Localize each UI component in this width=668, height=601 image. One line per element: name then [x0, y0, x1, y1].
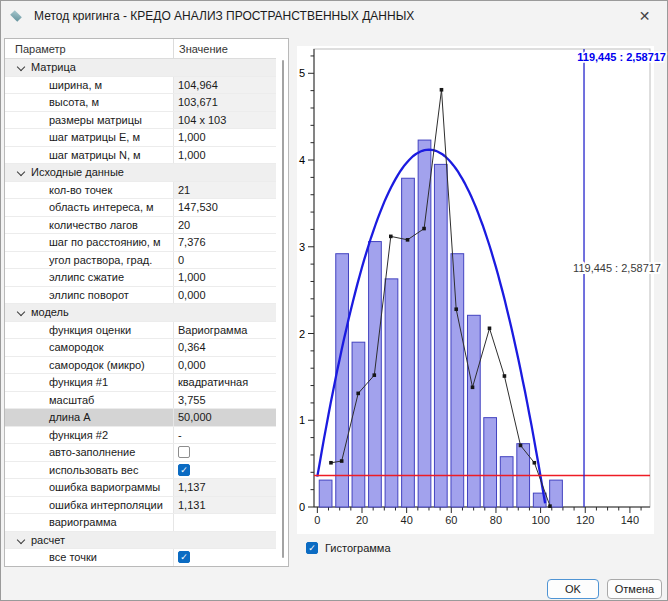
param-value-cell[interactable]: 1,000 [174, 269, 276, 286]
table-scrollbar[interactable] [282, 60, 284, 558]
table-row[interactable]: кол-во точек21 [5, 182, 276, 200]
table-row[interactable]: шаг матрицы E, м1,000 [5, 129, 276, 147]
table-row[interactable]: масштаб3,755 [5, 392, 276, 410]
cancel-button[interactable]: Отмена [607, 579, 662, 599]
param-value-cell [174, 164, 276, 181]
param-value-cell[interactable]: 0 [174, 252, 276, 269]
param-value-cell[interactable]: 50,000 [174, 409, 276, 426]
table-row[interactable]: эллипс сжатие1,000 [5, 269, 276, 287]
param-name-cell: размеры матрицы [5, 112, 174, 129]
param-value-cell[interactable]: 0,000 [174, 287, 276, 304]
param-value-cell[interactable]: 1,137 [174, 479, 276, 496]
variogram-chart[interactable]: 020406080100120140012345119,445 : 2,5871… [297, 46, 668, 538]
table-row[interactable]: модель [5, 304, 276, 322]
param-name-cell: расчет [5, 532, 174, 549]
param-value-cell[interactable]: ✓ [174, 462, 276, 479]
table-row[interactable]: Исходные данные [5, 164, 276, 182]
svg-text:40: 40 [401, 514, 413, 526]
svg-text:140: 140 [621, 514, 639, 526]
table-row[interactable]: высота, м103,671 [5, 94, 276, 112]
table-row[interactable]: количество лагов20 [5, 217, 276, 235]
param-value-cell[interactable]: 104 x 103 [174, 112, 276, 129]
svg-text:5: 5 [299, 67, 305, 79]
table-row[interactable]: эллипс поворот0,000 [5, 287, 276, 305]
param-value-cell [174, 304, 276, 321]
param-name-cell: самородок [5, 339, 174, 356]
param-value-cell[interactable]: Вариограмма [174, 322, 276, 339]
cursor-coordinates-label-top: 119,445 : 2,58717 [577, 51, 666, 63]
table-row[interactable]: Матрица [5, 59, 276, 77]
table-row[interactable]: длина А50,000 [5, 409, 276, 427]
param-name-cell: эллипс поворот [5, 287, 174, 304]
table-row[interactable]: авто-заполнение [5, 444, 276, 462]
table-row[interactable]: размеры матрицы104 x 103 [5, 112, 276, 130]
param-value-cell[interactable]: 3,755 [174, 392, 276, 409]
param-value-cell[interactable]: 0,364 [174, 339, 276, 356]
svg-text:80: 80 [490, 514, 502, 526]
svg-text:0: 0 [314, 514, 320, 526]
param-name-cell: область интереса, м [5, 199, 174, 216]
param-value-cell[interactable]: ✓ [174, 549, 276, 566]
histogram-checkbox-label: Гистограмма [325, 542, 391, 554]
table-row[interactable]: область интереса, м147,530 [5, 199, 276, 217]
table-row[interactable]: вариограмма [5, 514, 276, 532]
param-value-cell[interactable]: 1,000 [174, 129, 276, 146]
param-name-cell: масштаб [5, 392, 174, 409]
parameter-table: Параметр Значение Матрицаширина, м104,96… [4, 38, 289, 567]
table-row[interactable]: угол раствора, град.0 [5, 252, 276, 270]
checkbox[interactable]: ✓ [178, 551, 190, 563]
param-name-cell: шаг матрицы E, м [5, 129, 174, 146]
histogram-checkbox[interactable]: ✓ [306, 542, 318, 554]
checkbox[interactable] [178, 446, 190, 458]
param-value-cell[interactable]: 104,964 [174, 77, 276, 94]
svg-text:0: 0 [299, 501, 305, 513]
kriging-dialog: Метод кригинга - КРЕДО АНАЛИЗ ПРОСТРАНСТ… [0, 0, 668, 601]
close-icon[interactable]: ✕ [622, 1, 667, 31]
table-header: Параметр Значение [5, 39, 276, 59]
table-row[interactable]: ширина, м104,964 [5, 77, 276, 95]
table-row[interactable]: ошибка интерполяции1,131 [5, 497, 276, 515]
histogram-checkbox-row[interactable]: ✓ Гистограмма [306, 542, 391, 554]
param-value-cell[interactable]: 21 [174, 182, 276, 199]
svg-text:4: 4 [299, 154, 305, 166]
param-name-cell: функция #2 [5, 427, 174, 444]
svg-text:1: 1 [299, 414, 305, 426]
param-name-cell: длина А [5, 409, 174, 426]
param-name-cell: авто-заполнение [5, 444, 174, 461]
param-value-cell[interactable]: 7,376 [174, 234, 276, 251]
table-row[interactable]: шаг по расстоянию, м7,376 [5, 234, 276, 252]
param-name-cell: самородок (микро) [5, 357, 174, 374]
param-name-cell: все точки [5, 549, 174, 566]
param-value-cell[interactable]: 1,000 [174, 147, 276, 164]
param-name-cell: кол-во точек [5, 182, 174, 199]
param-value-cell [174, 59, 276, 76]
param-name-cell: использовать вес [5, 462, 174, 479]
table-row[interactable]: использовать вес✓ [5, 462, 276, 480]
table-row[interactable]: функция #2- [5, 427, 276, 445]
param-value-cell[interactable]: 20 [174, 217, 276, 234]
table-row[interactable]: функция #1квадратичная [5, 374, 276, 392]
param-name-cell: количество лагов [5, 217, 174, 234]
svg-text:2: 2 [299, 328, 305, 340]
table-row[interactable]: шаг матрицы N, м1,000 [5, 147, 276, 165]
param-name-cell: ошибка интерполяции [5, 497, 174, 514]
table-row[interactable]: самородок (микро)0,000 [5, 357, 276, 375]
param-value-cell[interactable]: 1,131 [174, 497, 276, 514]
param-value-cell[interactable]: 103,671 [174, 94, 276, 111]
param-value-cell[interactable]: 0,000 [174, 357, 276, 374]
param-value-cell[interactable]: квадратичная [174, 374, 276, 391]
param-value-cell[interactable] [174, 514, 276, 531]
param-value-cell[interactable] [174, 444, 276, 461]
ok-button[interactable]: OK [547, 579, 599, 599]
table-row[interactable]: расчет [5, 532, 276, 550]
table-row[interactable]: функция оценкиВариограмма [5, 322, 276, 340]
table-row[interactable]: ошибка вариограммы1,137 [5, 479, 276, 497]
param-value-cell[interactable]: - [174, 427, 276, 444]
checkbox[interactable]: ✓ [178, 464, 190, 476]
table-row[interactable]: самородок0,364 [5, 339, 276, 357]
param-name-cell: шаг матрицы N, м [5, 147, 174, 164]
column-header-parameter: Параметр [5, 39, 174, 58]
table-row[interactable]: все точки✓ [5, 549, 276, 566]
param-value-cell[interactable]: 147,530 [174, 199, 276, 216]
param-name-cell: Матрица [5, 59, 174, 76]
